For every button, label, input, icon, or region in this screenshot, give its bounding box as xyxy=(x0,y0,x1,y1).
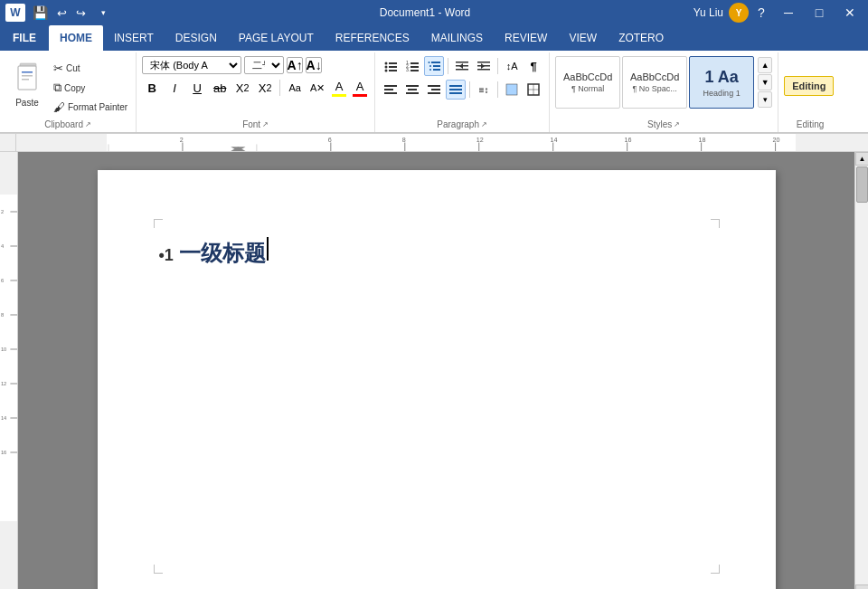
underline-button[interactable]: U xyxy=(187,78,207,98)
styles-group: AaBbCcDd ¶ Normal AaBbCcDd ¶ No Spac... … xyxy=(550,52,778,132)
document-area[interactable]: •1 一级标题 xyxy=(18,152,854,589)
para-row-1: 1.2.3. ↕A ¶ xyxy=(381,56,543,76)
font-shrink-button[interactable]: A↓ xyxy=(306,57,322,73)
help-button[interactable]: ? xyxy=(750,3,772,23)
scroll-thumb[interactable] xyxy=(856,166,868,203)
clipboard-expand-icon[interactable]: ↗ xyxy=(85,120,91,128)
svg-rect-40 xyxy=(449,85,462,87)
svg-text:12: 12 xyxy=(476,137,484,143)
font-group: 宋体 (Body A 二号 A↑ A↓ B I U ab X2 X2 A xyxy=(137,52,375,132)
style-normal[interactable]: AaBbCcDd ¶ Normal xyxy=(555,56,620,109)
styles-expand-icon[interactable]: ↗ xyxy=(674,120,680,128)
styles-scroll-down[interactable]: ▼ xyxy=(758,74,772,90)
tab-insert[interactable]: INSERT xyxy=(103,25,165,51)
italic-button[interactable]: I xyxy=(165,78,184,98)
svg-rect-37 xyxy=(428,85,440,87)
copy-icon: ⧉ xyxy=(53,81,61,95)
heading-line[interactable]: •1 一级标题 xyxy=(159,237,714,268)
bullets-button[interactable] xyxy=(381,56,401,76)
tab-pagelayout[interactable]: PAGE LAYOUT xyxy=(228,25,325,51)
tab-references[interactable]: REFERENCES xyxy=(325,25,420,51)
paste-button[interactable]: Paste xyxy=(5,56,49,109)
tab-file[interactable]: FILE xyxy=(0,25,49,51)
show-para-marks-button[interactable]: ¶ xyxy=(524,56,543,76)
user-avatar[interactable]: Y xyxy=(729,3,749,23)
tab-mailings[interactable]: MAILINGS xyxy=(420,25,494,51)
svg-rect-32 xyxy=(384,89,393,90)
undo-button[interactable]: ↩ xyxy=(54,6,70,20)
strikethrough-button[interactable]: ab xyxy=(210,78,230,98)
corner-br xyxy=(711,565,720,574)
scroll-down-button[interactable]: ▼ xyxy=(855,584,868,589)
svg-text:16: 16 xyxy=(1,450,6,455)
divider xyxy=(279,80,280,96)
format-painter-button[interactable]: 🖌 Format Painter xyxy=(51,99,130,116)
align-left-button[interactable] xyxy=(381,80,401,100)
subscript-button[interactable]: X2 xyxy=(232,78,252,98)
font-content: 宋体 (Body A 二号 A↑ A↓ B I U ab X2 X2 A xyxy=(142,54,369,118)
svg-rect-30 xyxy=(477,69,490,71)
svg-point-17 xyxy=(429,62,430,63)
heading-text[interactable]: 一级标题 xyxy=(179,239,266,268)
styles-scroll-up[interactable]: ▲ xyxy=(758,57,772,73)
format-painter-label: Format Painter xyxy=(68,102,127,112)
tab-review[interactable]: REVIEW xyxy=(494,25,558,51)
paragraph-expand-icon[interactable]: ↗ xyxy=(481,120,487,128)
tab-view[interactable]: VIEW xyxy=(558,25,608,51)
customize-quick-access[interactable]: ▾ xyxy=(92,4,114,22)
tab-design[interactable]: DESIGN xyxy=(165,25,228,51)
style-heading1[interactable]: 1 Aa Heading 1 xyxy=(689,56,754,109)
tab-zotero[interactable]: ZOTERO xyxy=(608,25,675,51)
svg-rect-69 xyxy=(0,521,17,589)
editing-group-label: Editing xyxy=(784,118,836,132)
ribbon: FILE HOME INSERT DESIGN PAGE LAYOUT REFE… xyxy=(0,25,868,134)
highlight-color-button[interactable]: A xyxy=(330,79,348,98)
bold-button[interactable]: B xyxy=(142,78,162,98)
redo-button[interactable]: ↪ xyxy=(73,6,89,20)
styles-expand[interactable]: ▾ xyxy=(758,91,772,108)
font-size-select[interactable]: 二号 xyxy=(244,56,284,74)
clear-format-button[interactable]: A✕ xyxy=(307,78,327,98)
numbering-button[interactable]: 1.2.3. xyxy=(402,56,422,76)
svg-point-19 xyxy=(429,65,431,67)
svg-rect-38 xyxy=(431,89,440,90)
font-color-button[interactable]: A xyxy=(351,79,369,98)
sort-button[interactable]: ↕A xyxy=(502,56,522,76)
heading-bullet: •1 xyxy=(159,246,174,265)
font-expand-icon[interactable]: ↗ xyxy=(262,120,269,128)
paste-icon xyxy=(11,58,43,98)
shading-button[interactable] xyxy=(502,80,522,100)
vertical-scrollbar[interactable]: ▲ ▼ xyxy=(854,152,868,589)
tab-home[interactable]: HOME xyxy=(49,25,103,51)
copy-button[interactable]: ⧉ Copy xyxy=(51,79,130,97)
change-case-button[interactable]: Aa xyxy=(285,78,305,98)
scroll-track[interactable] xyxy=(855,166,868,584)
multilevel-list-button[interactable] xyxy=(424,56,444,76)
svg-rect-39 xyxy=(428,92,440,94)
editing-badge[interactable]: Editing xyxy=(784,76,834,96)
line-spacing-button[interactable]: ≡↕ xyxy=(474,80,494,100)
svg-rect-35 xyxy=(408,89,417,90)
font-row-1: 宋体 (Body A 二号 A↑ A↓ xyxy=(142,56,322,74)
document-title: Document1 - Word xyxy=(163,6,687,19)
cut-button[interactable]: ✂ Cut xyxy=(51,60,130,77)
style-no-spacing[interactable]: AaBbCcDd ¶ No Spac... xyxy=(622,56,687,109)
close-button[interactable]: ✕ xyxy=(835,3,864,23)
align-right-button[interactable] xyxy=(424,80,444,100)
copy-label: Copy xyxy=(64,83,85,93)
scroll-up-button[interactable]: ▲ xyxy=(855,152,868,166)
align-center-button[interactable] xyxy=(402,80,422,100)
increase-indent-button[interactable] xyxy=(474,56,494,76)
decrease-indent-button[interactable] xyxy=(452,56,472,76)
save-icon[interactable]: 💾 xyxy=(29,4,51,22)
svg-text:6: 6 xyxy=(1,278,4,283)
font-grow-button[interactable]: A↑ xyxy=(287,57,303,73)
svg-rect-33 xyxy=(384,92,397,94)
document-page[interactable]: •1 一级标题 xyxy=(98,170,776,589)
superscript-button[interactable]: X2 xyxy=(255,78,275,98)
justify-button[interactable] xyxy=(446,80,466,100)
borders-button[interactable] xyxy=(524,80,543,100)
restore-button[interactable]: □ xyxy=(805,3,834,23)
minimize-button[interactable]: ─ xyxy=(774,3,803,23)
font-name-select[interactable]: 宋体 (Body A xyxy=(142,56,241,74)
